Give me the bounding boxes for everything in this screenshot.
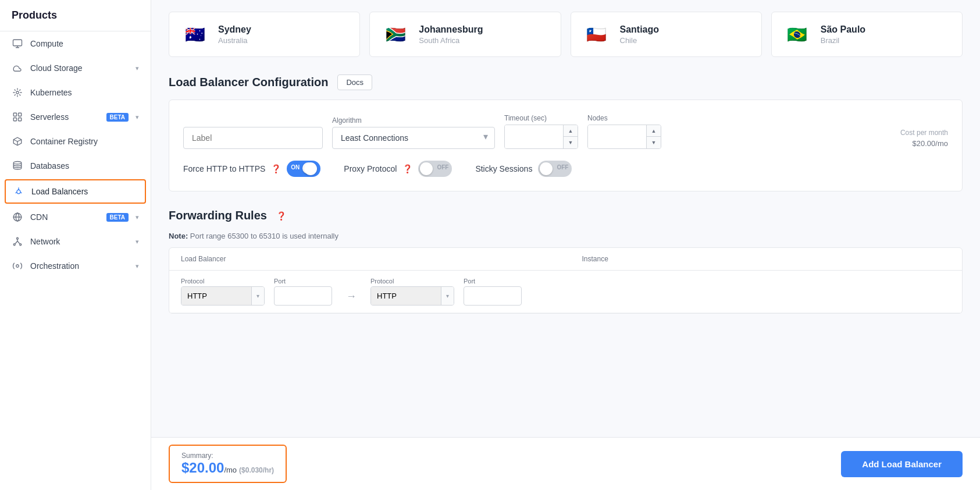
sidebar-item-kubernetes[interactable]: Kubernetes [0,80,151,105]
proxy-protocol-toggle[interactable]: OFF [418,161,452,177]
nodes-input[interactable]: 3 [588,125,646,148]
instance-protocol-label: Protocol [370,278,454,285]
proxy-protocol-off-text: OFF [437,164,448,171]
nodes-increment-button[interactable]: ▲ [647,125,661,137]
summary-label: Summary: [181,452,274,460]
svg-point-8 [17,237,19,239]
instance-port-input[interactable]: 80 [464,286,522,306]
region-card-santiago[interactable]: 🇨🇱 Santiago Chile [571,12,762,57]
svg-point-9 [13,244,15,246]
sidebar-item-serverless[interactable]: Serverless BETA ▾ [0,105,151,129]
santiago-flag: 🇨🇱 [583,24,611,45]
lb-port-input[interactable]: 80 [274,286,332,306]
johannesburg-flag: 🇿🇦 [382,24,409,45]
add-load-balancer-button[interactable]: Add Load Balancer [841,451,963,477]
johannesburg-country: South Africa [419,36,483,45]
docs-button[interactable]: Docs [337,74,372,90]
config-row-2: Force HTTP to HTTPS ❓ ON Proxy Protocol … [183,161,948,177]
lb-protocol-label: Protocol [181,278,265,285]
config-card: Algorithm Least Connections Round Robin … [169,100,963,191]
sidebar-item-container-registry-label: Container Registry [30,137,139,146]
lb-protocol-select[interactable]: HTTP HTTPS TCP [181,287,251,305]
summary-price-row: $20.00/mo($0.030/hr) [181,460,274,476]
sydney-flag: 🇦🇺 [181,24,209,45]
note-label: Note: [169,232,188,240]
serverless-beta-badge: BETA [106,113,129,122]
santiago-city: Santiago [620,24,660,35]
svg-rect-0 [13,40,22,46]
timeout-increment-button[interactable]: ▲ [564,125,578,137]
sidebar-item-load-balancers-label: Load Balancers [31,187,138,196]
force-https-label: Force HTTP to HTTPS [183,164,265,173]
cost-label: Cost per month [900,129,948,137]
force-https-toggle[interactable]: ON [287,161,320,177]
region-card-johannesburg[interactable]: 🇿🇦 Johannesburg South Africa [369,12,561,57]
bottom-bar: Summary: $20.00/mo($0.030/hr) Add Load B… [151,437,980,490]
container-registry-icon [12,136,23,147]
timeout-input-row: 600 ▲ ▼ [504,125,578,149]
lb-protocol-arrow-icon: ▾ [251,287,264,305]
cdn-chevron-icon: ▾ [136,214,139,221]
orchestration-icon [12,260,23,272]
proxy-protocol-label: Proxy Protocol [344,164,397,173]
sidebar-item-orchestration-label: Orchestration [30,261,129,271]
nodes-decrement-button[interactable]: ▼ [647,137,661,148]
sidebar-item-container-registry[interactable]: Container Registry [0,129,151,154]
databases-icon [12,160,23,172]
config-row-1: Algorithm Least Connections Round Robin … [183,114,948,149]
serverless-chevron-icon: ▾ [136,113,139,121]
forwarding-card: Load Balancer Instance Protocol HTTP HTT… [169,247,963,314]
timeout-label: Timeout (sec) [504,114,578,122]
main-content: 🇦🇺 Sydney Australia 🇿🇦 Johannesburg Sout… [151,0,980,490]
instance-protocol-arrow-icon: ▾ [441,287,454,305]
timeout-input[interactable]: 600 [505,125,563,148]
svg-rect-2 [13,113,16,116]
chevron-down-icon: ▾ [136,65,139,72]
forwarding-section-title: Forwarding Rules [169,209,267,222]
label-input[interactable] [183,127,323,149]
sidebar-item-cloud-storage[interactable]: Cloud Storage ▾ [0,56,151,80]
sidebar-item-cloud-storage-label: Cloud Storage [30,63,129,73]
forward-arrow-icon: → [346,290,357,303]
sidebar-item-cdn-label: CDN [30,212,97,222]
proxy-protocol-help-icon[interactable]: ❓ [402,164,412,173]
region-card-sydney[interactable]: 🇦🇺 Sydney Australia [169,12,360,57]
sidebar-item-databases[interactable]: Databases [0,154,151,178]
timeout-decrement-button[interactable]: ▼ [564,137,578,148]
sidebar-item-compute[interactable]: Compute [0,31,151,56]
force-https-on-text: ON [291,164,300,171]
forwarding-help-icon[interactable]: ❓ [276,211,286,221]
svg-rect-3 [19,113,22,116]
sticky-sessions-toggle[interactable]: OFF [538,161,572,177]
sidebar-item-compute-label: Compute [30,39,139,48]
force-https-help-icon[interactable]: ❓ [271,164,281,173]
sydney-country: Australia [218,36,251,45]
sidebar-item-orchestration[interactable]: Orchestration ▾ [0,254,151,278]
sidebar-item-cdn[interactable]: CDN BETA ▾ [0,205,151,229]
algorithm-label: Algorithm [332,116,495,125]
instance-protocol-select[interactable]: HTTP HTTPS TCP [371,287,441,305]
sidebar-item-load-balancers[interactable]: Load Balancers [5,179,146,204]
lb-port-group: Port 80 [274,278,332,306]
instance-port-label: Port [464,278,522,285]
config-section-header: Load Balancer Configuration Docs [169,74,963,90]
sticky-sessions-label: Sticky Sessions [475,164,532,173]
sidebar-item-databases-label: Databases [30,161,139,171]
sidebar-item-network[interactable]: Network ▾ [0,229,151,254]
fw-col-instance-label: Instance [582,255,951,263]
svg-rect-5 [19,118,22,121]
cdn-icon [12,211,23,223]
force-https-group: Force HTTP to HTTPS ❓ ON [183,161,320,177]
config-section-title: Load Balancer Configuration [169,76,328,89]
compute-icon [12,38,23,49]
sticky-sessions-off-text: OFF [557,164,568,171]
lb-port-label: Port [274,278,332,285]
sidebar-item-kubernetes-label: Kubernetes [30,88,139,97]
sticky-sessions-group: Sticky Sessions OFF [475,161,572,177]
region-card-sao-paulo[interactable]: 🇧🇷 São Paulo Brazil [771,12,963,57]
cost-info: Cost per month $20.00/mo [900,129,948,149]
kubernetes-icon [12,87,23,98]
sidebar-item-network-label: Network [30,237,129,246]
forwarding-section-header: Forwarding Rules ❓ [169,209,963,222]
algorithm-select[interactable]: Least Connections Round Robin IP Hash [332,127,495,149]
